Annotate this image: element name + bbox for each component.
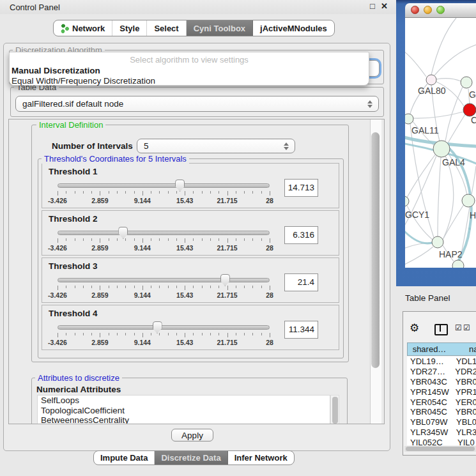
table-row[interactable]: YBR045CYBR0 — [407, 407, 476, 417]
table-row[interactable]: YBL079WYBL0 — [407, 417, 476, 427]
network-canvas[interactable]: GAL80GACGAL11GAL4GCY1HHAP2 — [405, 18, 476, 268]
table-cell-shared-name: YER054C — [407, 397, 450, 408]
table-cell-name: YPR1 — [450, 387, 476, 397]
algorithm-prompt-item[interactable]: Select algorithm to view settings — [10, 52, 369, 65]
table-row[interactable]: YLR345WYLR3 — [407, 427, 476, 438]
table-cell-name: YIL0 — [452, 438, 475, 445]
apply-button[interactable]: Apply — [171, 429, 213, 441]
network-node-node-ne[interactable] — [461, 77, 472, 88]
table-data-combobox[interactable]: galFiltered.sif default node — [15, 96, 379, 112]
table-row[interactable]: YIL052CYIL0 — [407, 438, 476, 445]
network-node-GCY1[interactable] — [405, 196, 409, 206]
threshold-panel-2: Threshold 2-3.4262.8599.14415.4321.71528… — [42, 210, 339, 256]
threshold-slider-track[interactable] — [58, 325, 270, 330]
gear-icon[interactable]: ⚙ — [410, 321, 419, 335]
bottom-tab-infer-network[interactable]: Infer Network — [228, 451, 294, 464]
threshold-value-field[interactable]: 11.344 — [284, 321, 318, 339]
table-cell-name: YLR3 — [451, 427, 476, 438]
slider-tick-labels: -3.4262.8599.14415.4321.71528 — [58, 291, 270, 299]
threshold-slider-track[interactable] — [58, 231, 270, 235]
network-node-node-red[interactable] — [463, 104, 476, 116]
threshold-slider-thumb[interactable] — [220, 274, 230, 286]
control-panel-tabs: NetworkStyleSelectCyni ToolboxjActiveMNo… — [53, 20, 335, 36]
threshold-slider-track[interactable] — [58, 278, 270, 282]
network-node-HAP2[interactable] — [432, 236, 443, 248]
settings-scroll-viewport: Interval Definition Number of Intervals … — [8, 119, 385, 424]
checkbox-checked-icon[interactable]: ☑ — [455, 323, 462, 332]
table-row[interactable]: YBR043CYBR0 — [407, 377, 476, 387]
network-edge — [438, 157, 441, 236]
network-node-node-h[interactable] — [462, 194, 475, 207]
network-node-node-s[interactable] — [452, 260, 464, 268]
network-node-label: HAP2 — [439, 249, 463, 259]
float-window-icon[interactable]: □ — [370, 1, 375, 11]
table-row[interactable]: YPR145WYPR1 — [407, 387, 476, 397]
tab-jactivemnodules[interactable]: jActiveMNodules — [253, 20, 334, 36]
network-node-label: H — [470, 210, 476, 220]
network-window-titlebar[interactable] — [405, 3, 476, 18]
slider-ticks — [58, 286, 270, 291]
network-edge — [413, 112, 463, 118]
tab-select[interactable]: Select — [147, 20, 186, 36]
slider-ticks — [58, 333, 270, 338]
attribute-list-item[interactable]: TopologicalCoefficient — [38, 406, 330, 416]
settings-scrollbar-thumb[interactable] — [371, 132, 380, 368]
table-row[interactable]: YDL19…YDL1 — [407, 357, 476, 367]
network-edge — [405, 247, 433, 266]
table-cell-name: YDL1 — [451, 357, 476, 367]
threshold-value-field[interactable]: 6.316 — [284, 226, 318, 244]
slider-ticks — [58, 238, 270, 243]
bottom-tab-discretize-data[interactable]: Discretize Data — [155, 451, 227, 464]
network-canvas-svg: GAL80GACGAL11GAL4GCY1HHAP2 — [405, 18, 476, 268]
table-cell-name: YBR0 — [450, 377, 476, 387]
mac-minimize-icon[interactable] — [424, 6, 432, 14]
network-node-GAL11[interactable] — [405, 114, 413, 124]
split-columns-icon[interactable] — [434, 324, 448, 335]
attributes-list-scrollbar-thumb[interactable] — [332, 397, 338, 424]
slider-tick-labels: -3.4262.8599.14415.4321.71528 — [58, 197, 270, 204]
table-column-header-shared[interactable]: shared… — [407, 342, 452, 356]
network-node-GAL80[interactable] — [426, 75, 436, 85]
slider-tick-labels: -3.4262.8599.14415.4321.71528 — [58, 339, 270, 346]
threshold-label: Threshold 4 — [49, 309, 98, 318]
mac-zoom-icon[interactable] — [436, 6, 445, 14]
threshold-value-field[interactable]: 21.4 — [284, 273, 318, 291]
tab-label: jActiveMNodules — [260, 24, 327, 33]
threshold-slider-thumb[interactable] — [175, 180, 185, 192]
mac-close-icon[interactable] — [411, 6, 419, 14]
numerical-attributes-list: SelfLoopsTopologicalCoefficientBetweenne… — [37, 395, 330, 424]
network-edge — [405, 50, 426, 77]
table-row[interactable]: YDR27…YDR2 — [407, 367, 476, 377]
table-column-header-name[interactable]: na — [451, 342, 476, 356]
tab-cyni-toolbox[interactable]: Cyni Toolbox — [187, 20, 253, 36]
bottom-tab-impute-data[interactable]: Impute Data — [94, 451, 155, 464]
tab-label: Network — [72, 24, 105, 33]
algorithm-option-manual[interactable]: Manual Discretization — [10, 65, 369, 75]
algorithm-option-equal-width[interactable]: Equal Width/Frequency Discretization — [10, 75, 369, 86]
table-cell-shared-name: YLR345W — [407, 427, 451, 438]
network-node-label: GCY1 — [405, 210, 429, 220]
threshold-value-field[interactable]: 14.713 — [284, 179, 318, 197]
table-cell-name: YBR0 — [450, 407, 476, 417]
network-node-GAL4[interactable] — [433, 141, 450, 157]
network-edge — [443, 204, 464, 240]
slider-tick-labels: -3.4262.8599.14415.4321.71528 — [58, 244, 270, 252]
number-of-intervals-combobox[interactable]: 5 — [137, 139, 295, 153]
tab-style[interactable]: Style — [112, 20, 147, 36]
tab-network[interactable]: Network — [54, 20, 112, 36]
close-icon[interactable]: ✕ — [381, 1, 388, 11]
threshold-slider-thumb[interactable] — [153, 321, 162, 334]
network-edge — [436, 79, 461, 81]
checkbox-checked-icon[interactable]: ☑ — [463, 323, 470, 332]
network-edge — [443, 156, 454, 238]
table-hscrollbar-thumb[interactable] — [406, 447, 475, 451]
up-down-arrows-icon — [284, 142, 289, 150]
threshold-slider-thumb[interactable] — [118, 227, 128, 239]
attribute-list-item[interactable]: BetweennessCentrality — [38, 415, 330, 424]
table-row[interactable]: YER054CYER0 — [407, 397, 476, 408]
attribute-list-item[interactable]: SelfLoops — [38, 395, 330, 406]
tab-label: Cyni Toolbox — [194, 24, 245, 33]
threshold-slider-track[interactable] — [58, 183, 270, 188]
table-cell-shared-name: YPR145W — [407, 387, 450, 397]
number-of-intervals-label: Number of Intervals — [52, 141, 133, 151]
